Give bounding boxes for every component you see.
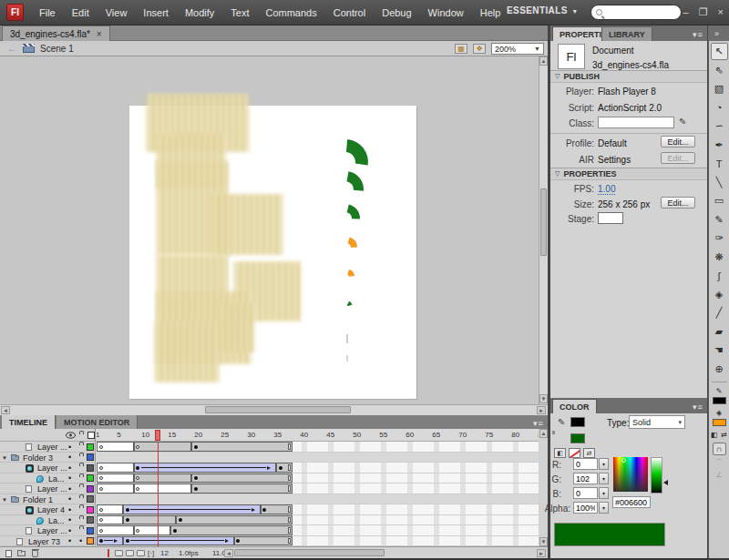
keyframe-dot[interactable]: [194, 487, 198, 491]
tools-fill-color-swatch[interactable]: [713, 419, 726, 426]
fps-value[interactable]: 1.00: [598, 184, 615, 195]
deco-tool[interactable]: ❋: [711, 249, 728, 266]
keyframe-dot[interactable]: [179, 518, 182, 522]
snap-to-objects-magnet-button[interactable]: ∩: [713, 443, 726, 455]
stage-vertical-scrollbar[interactable]: ▲ ▼: [539, 56, 548, 404]
blank-keyframe-dot[interactable]: [99, 445, 103, 449]
layer-outline-color-swatch[interactable]: [87, 474, 94, 482]
red-stepper[interactable]: ▾: [599, 458, 609, 470]
scroll-right-arrow[interactable]: ►: [537, 406, 546, 414]
eye-icon[interactable]: [66, 432, 76, 439]
folder-expander-icon[interactable]: ▼: [2, 455, 7, 461]
frame-span-gray[interactable]: [191, 484, 292, 494]
search-input[interactable]: [602, 7, 672, 18]
pen-tool[interactable]: ✒: [711, 137, 728, 154]
layer-unlock-dot[interactable]: •: [79, 536, 82, 545]
color-picker-crosshair[interactable]: [621, 458, 626, 463]
scroll-down-arrow[interactable]: ▼: [539, 394, 548, 403]
frame-span-white[interactable]: [97, 504, 123, 514]
timeline-layer-row[interactable]: Layer 4•: [0, 504, 96, 515]
3d-rotation-tool[interactable]: ◔: [711, 99, 728, 117]
brush-tool[interactable]: ✑: [711, 229, 728, 247]
frame-span-white[interactable]: [134, 484, 192, 494]
tab-timeline[interactable]: TIMELINE: [2, 415, 56, 429]
frame-span-white[interactable]: [97, 473, 134, 484]
collapse-panels-icon[interactable]: »: [714, 29, 720, 38]
blank-keyframe-dot[interactable]: [136, 445, 139, 449]
tab-library[interactable]: LIBRARY: [601, 26, 652, 41]
timeline-frames-area[interactable]: [96, 442, 539, 546]
blue-stepper[interactable]: ▾: [599, 487, 609, 499]
keyframe-dot[interactable]: [279, 466, 282, 470]
alpha-input[interactable]: [573, 502, 598, 514]
keyframe-dot[interactable]: [126, 508, 129, 512]
frame-span-tween[interactable]: [97, 536, 123, 546]
tools-swap-colors-button[interactable]: ⇄: [720, 429, 728, 440]
frame-span-tween[interactable]: [123, 504, 261, 514]
frame-span-white[interactable]: [134, 525, 171, 535]
center-frame-button[interactable]: [115, 550, 123, 556]
timeline-layer-row[interactable]: Layer ...•: [0, 484, 96, 494]
timeline-frame-row[interactable]: [96, 484, 539, 494]
hex-color-input[interactable]: [612, 496, 651, 508]
blank-keyframe-dot[interactable]: [99, 508, 103, 512]
layer-visibility-dot[interactable]: •: [68, 463, 71, 473]
frame-span-gray[interactable]: [191, 442, 292, 452]
restore-button[interactable]: ❐: [699, 4, 708, 20]
red-input[interactable]: [573, 458, 598, 470]
layer-visibility-dot[interactable]: •: [68, 505, 71, 514]
onion-skin-outlines-button[interactable]: [137, 550, 145, 556]
blank-keyframe-dot[interactable]: [99, 518, 103, 522]
profile-edit-button[interactable]: Edit...: [661, 136, 695, 148]
blue-input[interactable]: [573, 487, 598, 499]
menu-file[interactable]: File: [31, 0, 64, 25]
frame-span-gray[interactable]: [170, 525, 292, 535]
timeline-scroll-up-arrow[interactable]: ▲: [539, 429, 548, 438]
frame-span-gray[interactable]: [176, 515, 293, 525]
menu-debug[interactable]: Debug: [374, 0, 419, 25]
layer-visibility-dot[interactable]: •: [68, 443, 71, 452]
new-layer-button[interactable]: [5, 550, 12, 557]
frame-span-white[interactable]: [97, 525, 134, 535]
layer-outline-color-swatch[interactable]: [87, 516, 94, 524]
menu-modify[interactable]: Modify: [177, 0, 222, 25]
keyframe-dot[interactable]: [194, 476, 198, 480]
search-box[interactable]: [590, 5, 682, 20]
layer-name[interactable]: Layer ...: [37, 484, 67, 494]
green-stepper[interactable]: ▾: [599, 473, 609, 484]
frame-span-gray[interactable]: [234, 536, 293, 546]
line-tool[interactable]: ╲: [711, 174, 728, 191]
frame-span-gray[interactable]: [261, 504, 293, 514]
alpha-stepper[interactable]: ▾: [599, 502, 609, 514]
hand-tool[interactable]: ☚: [711, 341, 728, 359]
color-picker-field[interactable]: [613, 457, 648, 492]
tools-black-white-button[interactable]: ◧: [710, 429, 718, 440]
stroke-color-swatch[interactable]: [570, 417, 585, 427]
layer-visibility-dot[interactable]: •: [68, 515, 71, 524]
document-tab[interactable]: 3d_engines-cs4.fla* ×: [2, 25, 110, 41]
eyedropper-tool[interactable]: ╱: [711, 304, 728, 321]
green-input[interactable]: [573, 473, 598, 484]
timeline-frame-ruler[interactable]: 151015202530354045505560657075808590: [96, 429, 539, 442]
onion-skin-button[interactable]: [126, 550, 134, 556]
layer-outline-color-swatch[interactable]: [87, 453, 94, 461]
edit-class-pencil-icon[interactable]: ✎: [679, 117, 686, 127]
layer-visibility-dot[interactable]: •: [68, 473, 71, 483]
layer-name[interactable]: Layer ...: [37, 463, 67, 473]
color-type-select[interactable]: Solid ▾: [629, 415, 685, 429]
keyframe-dot[interactable]: [126, 518, 129, 522]
layer-name[interactable]: Folder 3: [23, 453, 53, 463]
zoom-tool[interactable]: ⊕: [711, 361, 728, 378]
swap-colors-button[interactable]: ⇄: [583, 448, 595, 458]
blank-keyframe-dot[interactable]: [99, 476, 103, 480]
blank-keyframe-dot[interactable]: [99, 487, 103, 491]
keyframe-dot[interactable]: [173, 529, 177, 533]
panel-menu-icon[interactable]: ▾≡: [693, 402, 703, 412]
menu-insert[interactable]: Insert: [135, 0, 177, 25]
bone-tool[interactable]: ∫: [711, 267, 728, 284]
frame-span-white[interactable]: [97, 484, 134, 494]
keyframe-dot[interactable]: [126, 539, 129, 543]
layer-outline-color-swatch[interactable]: [87, 464, 94, 472]
timeline-layer-row[interactable]: Layer 73••: [0, 536, 96, 547]
edit-multiple-frames-button[interactable]: [·]: [148, 549, 154, 557]
